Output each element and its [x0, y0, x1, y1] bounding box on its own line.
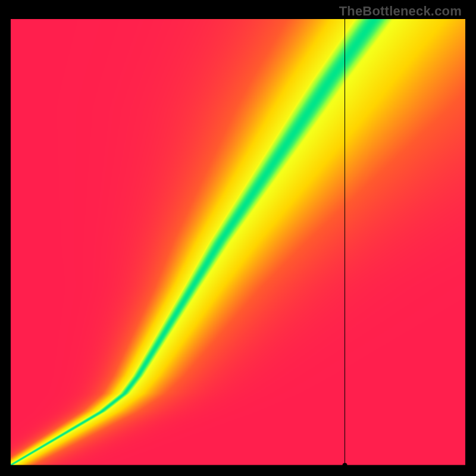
watermark-label: TheBottleneck.com [339, 4, 462, 19]
heatmap-canvas [11, 19, 465, 465]
plot-area [11, 19, 465, 465]
chart-frame: TheBottleneck.com [0, 0, 476, 476]
